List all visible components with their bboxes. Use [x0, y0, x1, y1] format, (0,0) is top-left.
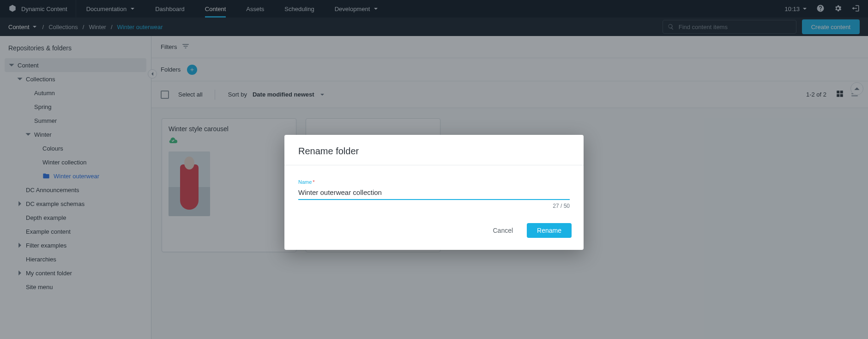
modal-overlay[interactable]: Rename folder Name* 27 / 50 Cancel Renam…: [0, 0, 868, 339]
field-label: Name*: [298, 179, 570, 185]
rename-button[interactable]: Rename: [527, 223, 572, 238]
rename-folder-modal: Rename folder Name* 27 / 50 Cancel Renam…: [284, 135, 584, 250]
cancel-button[interactable]: Cancel: [485, 223, 520, 238]
modal-title: Rename folder: [284, 135, 584, 165]
folder-name-input[interactable]: [298, 185, 570, 200]
char-counter: 27 / 50: [298, 203, 570, 209]
